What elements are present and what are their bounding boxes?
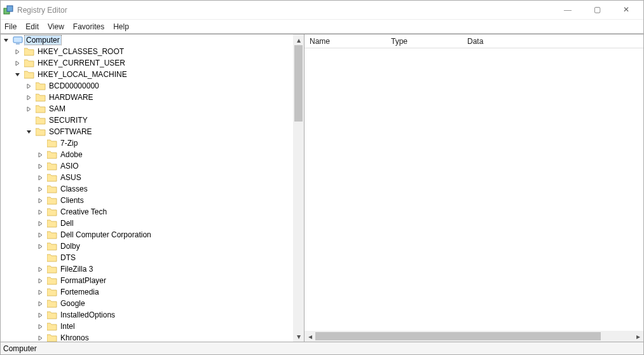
- expander-icon[interactable]: [26, 83, 35, 89]
- tree-item[interactable]: Dell: [1, 218, 293, 229]
- tree-item-label: SAM: [48, 104, 67, 113]
- expander-icon[interactable]: [38, 301, 46, 307]
- list-pane: Name Type Data ◂ ▸: [305, 34, 643, 342]
- tree-item-label: HKEY_CLASSES_ROOT: [36, 47, 125, 56]
- tree-item[interactable]: Google: [1, 298, 293, 309]
- menu-edit[interactable]: Edit: [25, 22, 39, 31]
- tree-item-label: DTS: [59, 253, 77, 262]
- expander-icon[interactable]: [38, 289, 46, 295]
- hscrollbar-thumb[interactable]: [315, 332, 601, 340]
- tree-item-label: FormatPlayer: [59, 276, 107, 285]
- scroll-up-button[interactable]: ▴: [293, 34, 304, 45]
- tree-item[interactable]: FileZilla 3: [1, 263, 293, 275]
- folder-icon: [47, 172, 57, 183]
- tree-item[interactable]: Dolby: [1, 240, 293, 252]
- tree-item[interactable]: DTS: [1, 252, 293, 263]
- tree-item[interactable]: 7-Zip: [1, 137, 293, 149]
- expander-icon[interactable]: [15, 60, 24, 66]
- minimize-button[interactable]: —: [553, 1, 582, 20]
- tree-item[interactable]: Intel: [1, 321, 293, 332]
- tree-item[interactable]: SECURITY: [1, 115, 293, 126]
- tree-item[interactable]: HKEY_CURRENT_USER: [1, 57, 293, 69]
- expander-icon[interactable]: [38, 244, 46, 249]
- expander-icon[interactable]: [26, 95, 35, 101]
- expander-icon[interactable]: [38, 267, 46, 272]
- menu-view[interactable]: View: [48, 22, 64, 31]
- expander-icon[interactable]: [38, 209, 46, 215]
- tree-item[interactable]: Fortemedia: [1, 286, 293, 298]
- tree-item[interactable]: FormatPlayer: [1, 275, 293, 286]
- tree-item-label: ASUS: [59, 173, 83, 182]
- tree-pane: Computer HKEY_CLASSES_ROOT HKEY_CURRENT_…: [1, 34, 305, 342]
- expander-icon[interactable]: [38, 164, 46, 169]
- tree-item[interactable]: BCD00000000: [1, 80, 293, 92]
- expander-icon[interactable]: [38, 186, 46, 192]
- folder-icon: [47, 298, 57, 309]
- list-header-row: Name Type Data: [305, 34, 643, 48]
- expander-icon[interactable]: [38, 312, 46, 318]
- tree-item[interactable]: InstalledOptions: [1, 309, 293, 321]
- expander-icon[interactable]: [15, 49, 24, 55]
- scroll-right-button[interactable]: ▸: [633, 332, 643, 341]
- expander-icon[interactable]: [26, 106, 35, 112]
- vertical-scrollbar[interactable]: ▴ ▾: [293, 34, 304, 342]
- folder-icon: [47, 230, 57, 240]
- maximize-button[interactable]: ▢: [582, 1, 612, 20]
- scrollbar-track[interactable]: [293, 45, 304, 331]
- column-header-type[interactable]: Type: [391, 37, 467, 46]
- list-body[interactable]: [305, 48, 643, 331]
- close-button[interactable]: ✕: [612, 1, 641, 20]
- tree-item-label: Adobe: [59, 150, 84, 159]
- folder-icon: [36, 81, 46, 91]
- menu-file[interactable]: File: [4, 22, 17, 31]
- expander-icon[interactable]: [38, 152, 46, 158]
- column-header-data[interactable]: Data: [467, 37, 643, 46]
- expander-icon[interactable]: [26, 129, 35, 135]
- horizontal-scrollbar[interactable]: ◂ ▸: [305, 331, 643, 342]
- tree-item-label: HKEY_CURRENT_USER: [36, 59, 127, 67]
- tree-item[interactable]: Adobe: [1, 149, 293, 160]
- tree-item[interactable]: HKEY_LOCAL_MACHINE: [1, 69, 293, 80]
- column-header-name[interactable]: Name: [310, 37, 391, 46]
- expander-icon[interactable]: [38, 198, 46, 204]
- folder-icon: [47, 218, 57, 228]
- tree-item[interactable]: SOFTWARE: [1, 126, 293, 137]
- expander-icon[interactable]: [3, 38, 12, 43]
- tree-item[interactable]: Computer: [1, 34, 293, 46]
- expander-icon[interactable]: [38, 175, 46, 181]
- tree-item[interactable]: ASIO: [1, 160, 293, 172]
- folder-icon: [36, 92, 46, 102]
- tree-item[interactable]: HARDWARE: [1, 92, 293, 103]
- scroll-left-button[interactable]: ◂: [305, 332, 315, 341]
- tree-item[interactable]: Clients: [1, 195, 293, 206]
- tree-item[interactable]: Dell Computer Corporation: [1, 229, 293, 240]
- menu-favorites[interactable]: Favorites: [73, 22, 104, 31]
- folder-icon: [47, 275, 57, 286]
- tree-item-label: Clients: [59, 196, 85, 205]
- expander-icon[interactable]: [38, 221, 46, 226]
- expander-icon[interactable]: [38, 335, 46, 341]
- tree-item[interactable]: Creative Tech: [1, 206, 293, 218]
- hscrollbar-track[interactable]: [315, 331, 633, 342]
- folder-icon: [47, 138, 57, 148]
- tree-item[interactable]: Classes: [1, 183, 293, 195]
- tree-item[interactable]: ASUS: [1, 172, 293, 183]
- tree-item-label: FileZilla 3: [59, 265, 94, 274]
- expander-icon[interactable]: [15, 72, 24, 78]
- tree-item[interactable]: Khronos: [1, 332, 293, 342]
- tree-item[interactable]: SAM: [1, 103, 293, 115]
- tree-view[interactable]: Computer HKEY_CLASSES_ROOT HKEY_CURRENT_…: [1, 34, 293, 342]
- status-path: Computer: [3, 344, 37, 353]
- menu-help[interactable]: Help: [113, 22, 129, 31]
- scrollbar-thumb[interactable]: [294, 45, 303, 122]
- expander-icon[interactable]: [38, 278, 46, 284]
- expander-icon[interactable]: [38, 324, 46, 330]
- content-area: Computer HKEY_CLASSES_ROOT HKEY_CURRENT_…: [1, 34, 643, 342]
- folder-icon: [47, 207, 57, 217]
- status-bar: Computer: [1, 342, 643, 354]
- scroll-down-button[interactable]: ▾: [293, 331, 304, 342]
- folder-icon: [47, 253, 57, 263]
- folder-icon: [47, 287, 57, 297]
- expander-icon[interactable]: [38, 232, 46, 238]
- tree-item[interactable]: HKEY_CLASSES_ROOT: [1, 46, 293, 57]
